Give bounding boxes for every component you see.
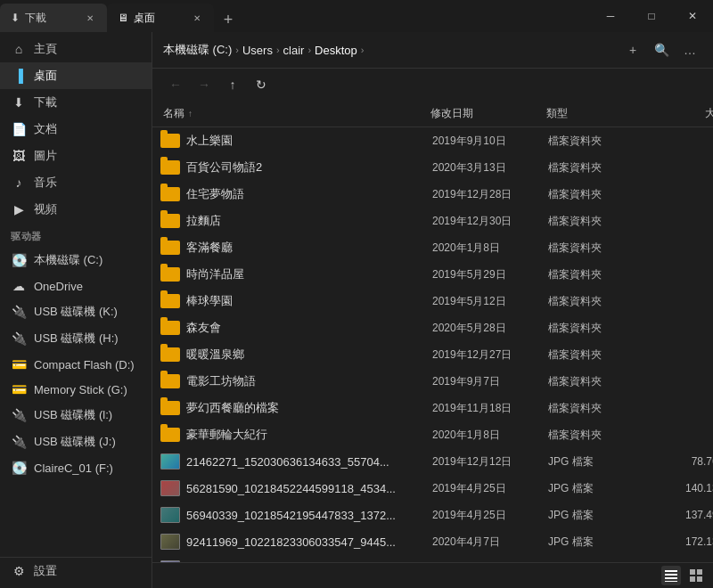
tab-download-close[interactable]: ✕ bbox=[84, 12, 96, 24]
file-date: 2020年3月13日 bbox=[432, 160, 548, 176]
nav-bar: ← → ↑ ↻ bbox=[152, 69, 713, 101]
sidebar-item-memory-stick[interactable]: 💳 Memory Stick (G:) bbox=[0, 377, 152, 402]
tab-desktop[interactable]: 🖥 桌面 ✕ bbox=[107, 4, 214, 32]
file-explorer: 本機磁碟 (C:) › Users › clair › Desktop › + … bbox=[152, 32, 713, 588]
table-row[interactable]: 92411969_10221823306033547_9445...2020年4… bbox=[152, 528, 713, 555]
close-button[interactable]: ✕ bbox=[672, 2, 713, 30]
file-size: 172.13 KB bbox=[655, 535, 713, 548]
table-row[interactable]: 水上樂園2019年9月10日檔案資料夾 bbox=[152, 127, 713, 154]
sidebar-item-settings[interactable]: ⚙ 設置 bbox=[0, 558, 152, 584]
sidebar-label-memory-stick: Memory Stick (G:) bbox=[34, 383, 127, 396]
breadcrumb-clair[interactable]: clair bbox=[283, 44, 305, 57]
file-date: 2020年5月28日 bbox=[432, 321, 548, 336]
col-header-date[interactable]: 修改日期 bbox=[427, 104, 543, 123]
file-type: 檔案資料夾 bbox=[548, 241, 655, 256]
sidebar-item-usb-j[interactable]: 🔌 USB 磁碟機 (J:) bbox=[0, 429, 152, 455]
table-row[interactable]: 豪華郵輪大紀行2020年1月8日檔案資料夾 bbox=[152, 421, 713, 448]
more-options-button[interactable]: … bbox=[677, 37, 702, 62]
table-row[interactable]: 百貨公司物語22020年3月13日檔案資料夾 bbox=[152, 154, 713, 181]
sidebar-item-music[interactable]: ♪ 音乐 bbox=[0, 169, 152, 196]
sidebar-label-compact-flash: Compact Flash (D:) bbox=[34, 358, 135, 372]
sidebar-item-usb-h[interactable]: 🔌 USB 磁碟機 (H:) bbox=[0, 325, 152, 352]
table-row[interactable]: 森友會2020年5月28日檔案資料夾 bbox=[152, 314, 713, 341]
sidebar-label-usb-k: USB 磁碟機 (K:) bbox=[34, 304, 118, 320]
col-date-label: 修改日期 bbox=[430, 107, 473, 119]
window-controls: ─ □ ✕ bbox=[590, 2, 713, 30]
usb-i-icon: 🔌 bbox=[11, 408, 27, 422]
tab-download[interactable]: ⬇ 下載 ✕ bbox=[0, 4, 107, 32]
sidebar-item-documents[interactable]: 📄 文档 bbox=[0, 116, 152, 143]
sidebar-item-usb-k[interactable]: 🔌 USB 磁碟機 (K:) bbox=[0, 298, 152, 325]
svg-rect-0 bbox=[665, 570, 677, 572]
table-row[interactable]: 住宅夢物語2019年12月28日檔案資料夾 bbox=[152, 181, 713, 208]
breadcrumb-desktop[interactable]: Desktop bbox=[315, 44, 357, 57]
col-header-name[interactable]: 名稱 ↑ bbox=[160, 104, 427, 123]
minimize-button[interactable]: ─ bbox=[590, 2, 631, 30]
folder-icon bbox=[160, 347, 180, 362]
table-row[interactable]: 夢幻西餐廳的檔案2019年11月18日檔案資料夾 bbox=[152, 395, 713, 421]
sidebar: ⌂ 主頁 ▐ 桌面 ⬇ 下載 📄 文档 🖼 圖片 ♪ 音乐 ▶ 视頻 驱动器 bbox=[0, 32, 152, 588]
col-type-label: 類型 bbox=[546, 107, 568, 119]
col-header-size[interactable]: 大小 bbox=[650, 104, 713, 123]
file-name: 56940339_10218542195447833_1372... bbox=[186, 509, 432, 522]
sidebar-item-local-c[interactable]: 💽 本機磁碟 (C:) bbox=[0, 247, 152, 274]
table-row[interactable]: 暖暖溫泉鄉2019年12月27日檔案資料夾 bbox=[152, 341, 713, 368]
up-button[interactable]: ↑ bbox=[220, 72, 245, 97]
file-date: 2019年4月25日 bbox=[432, 508, 548, 523]
col-name-label: 名稱 bbox=[163, 106, 184, 121]
forward-button[interactable]: → bbox=[192, 72, 217, 97]
view-grid-button[interactable] bbox=[686, 566, 706, 585]
table-row[interactable]: 電影工坊物語2019年9月7日檔案資料夾 bbox=[152, 368, 713, 395]
svg-rect-3 bbox=[665, 581, 677, 582]
sidebar-item-downloads[interactable]: ⬇ 下載 bbox=[0, 89, 152, 116]
search-button[interactable]: 🔍 bbox=[649, 37, 674, 62]
svg-rect-6 bbox=[690, 576, 695, 582]
folder-icon bbox=[160, 160, 180, 175]
table-row[interactable]: 21462271_152030636134633_55704...2019年12… bbox=[152, 448, 713, 475]
file-date: 2020年1月8日 bbox=[432, 428, 548, 443]
table-row[interactable]: 拉麵店2019年12月30日檔案資料夾 bbox=[152, 208, 713, 234]
breadcrumb-c[interactable]: 本機磁碟 (C:) bbox=[163, 42, 232, 58]
file-type: 檔案資料夾 bbox=[548, 187, 655, 202]
table-row[interactable]: 56281590_10218452244599118_4534...2019年4… bbox=[152, 475, 713, 502]
back-button[interactable]: ← bbox=[163, 72, 188, 97]
image-thumbnail bbox=[160, 480, 180, 496]
col-header-type[interactable]: 類型 bbox=[543, 104, 650, 123]
sidebar-item-usb-i[interactable]: 🔌 USB 磁碟機 (l:) bbox=[0, 402, 152, 429]
file-name: 棒球學園 bbox=[186, 293, 432, 309]
view-list-button[interactable] bbox=[661, 566, 681, 585]
svg-rect-4 bbox=[690, 569, 695, 575]
add-location-button[interactable]: + bbox=[620, 37, 645, 62]
sidebar-item-home[interactable]: ⌂ 主頁 bbox=[0, 36, 152, 62]
onedrive-icon: ☁ bbox=[11, 279, 27, 293]
file-date: 2019年12月27日 bbox=[432, 347, 548, 363]
file-date: 2019年11月18日 bbox=[432, 401, 548, 416]
folder-icon bbox=[160, 321, 180, 335]
sidebar-item-videos[interactable]: ▶ 视頻 bbox=[0, 196, 152, 223]
file-type: JPG 檔案 bbox=[548, 481, 655, 496]
tab-desktop-close[interactable]: ✕ bbox=[191, 12, 203, 24]
breadcrumb-users[interactable]: Users bbox=[242, 44, 273, 57]
sidebar-item-desktop[interactable]: ▐ 桌面 bbox=[0, 62, 152, 89]
settings-icon: ⚙ bbox=[11, 564, 27, 578]
file-type: 檔案資料夾 bbox=[548, 321, 655, 336]
sidebar-item-pictures[interactable]: 🖼 圖片 bbox=[0, 143, 152, 169]
table-row[interactable]: DSC_7085.jpg2020年2月13日JPG 檔案282.31 KB bbox=[152, 555, 713, 562]
sidebar-item-claire-f[interactable]: 💽 ClaireC_01 (F:) bbox=[0, 455, 152, 480]
svg-rect-5 bbox=[697, 569, 702, 575]
image-thumbnail bbox=[160, 534, 180, 550]
refresh-button[interactable]: ↻ bbox=[249, 72, 274, 97]
usb-j-icon: 🔌 bbox=[11, 435, 27, 449]
sidebar-item-onedrive[interactable]: ☁ OneDrive bbox=[0, 274, 152, 298]
table-row[interactable]: 客滿餐廳2020年1月8日檔案資料夾 bbox=[152, 234, 713, 261]
table-row[interactable]: 56940339_10218542195447833_1372...2019年4… bbox=[152, 502, 713, 528]
maximize-button[interactable]: □ bbox=[631, 2, 672, 30]
file-name: 56281590_10218452244599118_4534... bbox=[186, 482, 432, 495]
usb-h-icon: 🔌 bbox=[11, 331, 27, 346]
sidebar-item-compact-flash[interactable]: 💳 Compact Flash (D:) bbox=[0, 352, 152, 377]
file-date: 2019年5月12日 bbox=[432, 294, 548, 309]
new-tab-button[interactable]: + bbox=[214, 7, 242, 32]
table-row[interactable]: 時尚洋品屋2019年5月29日檔案資料夾 bbox=[152, 261, 713, 288]
col-size-label: 大小 bbox=[705, 107, 713, 119]
table-row[interactable]: 棒球學園2019年5月12日檔案資料夾 bbox=[152, 288, 713, 314]
